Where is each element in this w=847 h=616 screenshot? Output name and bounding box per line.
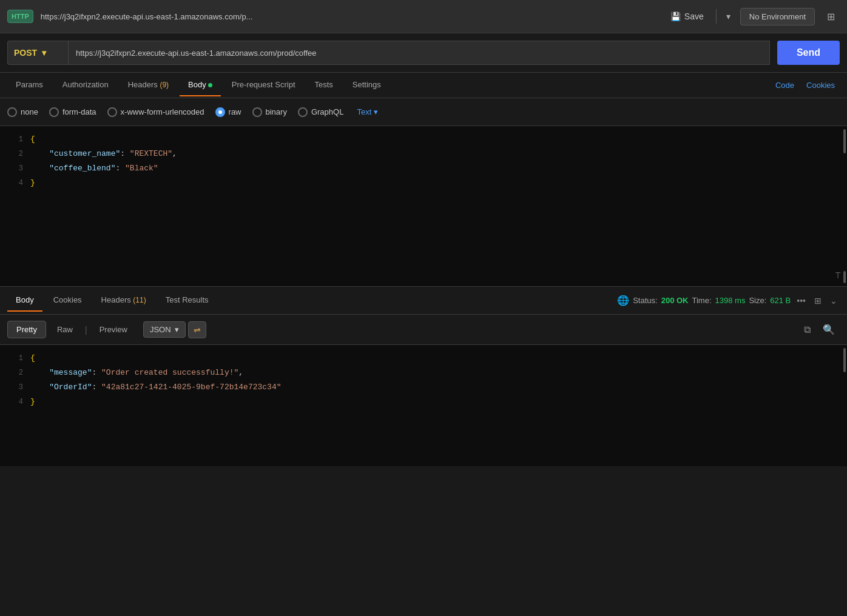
response-tab-body[interactable]: Body [7,289,42,312]
resp-line-2: 2 "message": "Order created successfully… [0,366,847,380]
tab-headers[interactable]: Headers (9) [120,74,177,96]
more-options-button[interactable]: ••• [794,293,808,308]
status-label: Status: [633,296,657,305]
text-type-dropdown[interactable]: Text ▾ [357,107,378,116]
json-dropdown-icon: ▾ [175,325,179,334]
tab-tests[interactable]: Tests [306,74,342,96]
format-divider: | [85,325,87,335]
tab-prerequest[interactable]: Pre-request Script [223,74,304,96]
option-none[interactable]: none [7,107,38,117]
time-label: Time: [692,296,711,305]
request-bar: POST ▾ Send [0,33,847,73]
option-binary[interactable]: binary [252,107,287,117]
text-type-dropdown-icon: ▾ [374,107,378,116]
size-label: Size: [749,296,766,305]
url-display: https://j3q2ifxpn2.execute-api.us-east-1… [41,12,658,21]
radio-none [7,107,17,117]
radio-graphql [298,107,308,117]
search-button[interactable]: 🔍 [818,321,840,338]
format-pretty[interactable]: Pretty [7,321,46,338]
response-body-editor: 1 { 2 "message": "Order created successf… [0,345,847,466]
radio-binary [252,107,262,117]
headers-badge: (9) [160,81,169,89]
resp-scrollbar-thumb [843,348,846,372]
resp-line-3: 3 "OrderId": "42a81c27-1421-4025-9bef-72… [0,380,847,395]
option-graphql[interactable]: GraphQL [298,107,343,117]
request-tabs-bar: Params Authorization Headers (9) Body Pr… [0,73,847,98]
resp-line-4: 4 } [0,395,847,409]
response-headers-badge: (11) [133,296,146,304]
code-link[interactable]: Code [771,78,799,92]
response-status-area: 🌐 Status: 200 OK Time: 1398 ms Size: 621… [617,293,840,308]
http-badge: HTTP [7,10,33,23]
globe-icon: 🌐 [617,295,629,306]
code-line-3: 3 "coffee_blend": "Black" [0,161,847,176]
time-value: 1398 ms [715,296,746,305]
body-options-bar: none form-data x-www-form-urlencoded raw… [0,98,847,126]
tab-params[interactable]: Params [7,74,52,96]
resp-line-1: 1 { [0,351,847,366]
layout-button[interactable]: ⊞ [812,293,824,308]
tab-body[interactable]: Body [180,74,221,96]
cookies-link[interactable]: Cookies [801,78,840,92]
url-bar: HTTP https://j3q2ifxpn2.execute-api.us-e… [0,0,847,33]
radio-urlencoded [107,107,117,117]
environment-button[interactable]: No Environment [740,8,815,25]
request-body-editor[interactable]: 1 { 2 "customer_name": "REXTECH", 3 "cof… [0,126,847,287]
body-dot [208,83,212,87]
response-tab-cookies[interactable]: Cookies [45,289,90,312]
editor-scrollbar[interactable] [842,126,846,286]
response-scrollbar[interactable] [842,345,846,466]
tab-authorization[interactable]: Authorization [54,74,117,96]
copy-button[interactable]: ⧉ [799,322,815,338]
url-input[interactable] [68,41,770,65]
format-raw[interactable]: Raw [49,321,81,338]
option-raw[interactable]: raw [215,107,241,117]
option-form-data[interactable]: form-data [49,107,96,117]
json-format-select[interactable]: JSON ▾ [143,321,186,338]
radio-raw [215,107,225,117]
font-resize-handle[interactable]: ⊤ [835,269,841,281]
response-tab-test-results[interactable]: Test Results [157,289,217,312]
tab-settings[interactable]: Settings [344,74,390,96]
code-line-1: 1 { [0,132,847,147]
save-dropdown-arrow[interactable]: ▾ [724,9,733,24]
method-dropdown-icon: ▾ [42,48,46,58]
collapse-button[interactable]: ⌄ [828,293,840,308]
format-preview[interactable]: Preview [91,321,136,338]
wrap-button[interactable]: ⇌ [188,321,206,338]
save-button[interactable]: 💾 Save [666,9,709,24]
send-button[interactable]: Send [777,41,840,65]
code-line-4: 4 } [0,176,847,190]
save-icon: 💾 [670,12,681,21]
response-tab-headers[interactable]: Headers (11) [93,289,155,312]
status-value: 200 OK [661,296,689,305]
method-select[interactable]: POST ▾ [7,41,68,65]
environment-icon-button[interactable]: ⊞ [822,8,840,25]
radio-form-data [49,107,59,117]
code-line-2: 2 "customer_name": "REXTECH", [0,147,847,161]
scrollbar-thumb-top [843,129,846,153]
size-value: 621 B [770,296,791,305]
divider [716,9,717,24]
response-format-bar: Pretty Raw | Preview JSON ▾ ⇌ ⧉ 🔍 [0,315,847,345]
option-urlencoded[interactable]: x-www-form-urlencoded [107,107,204,117]
response-tabs-bar: Body Cookies Headers (11) Test Results 🌐… [0,287,847,315]
scrollbar-thumb-bottom [843,271,846,283]
